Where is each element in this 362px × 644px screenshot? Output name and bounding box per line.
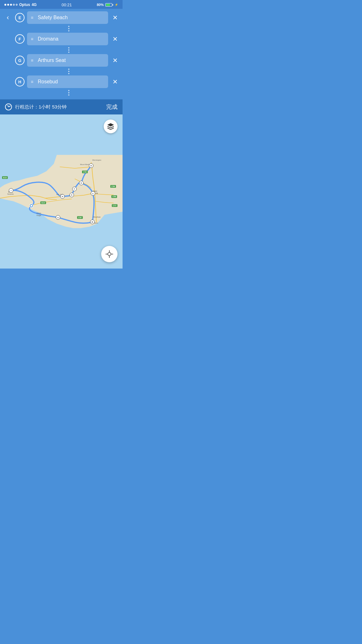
close-btn-e[interactable]: ✕ bbox=[111, 14, 119, 21]
status-bar: Optus 4G 00:21 80% ⚡ bbox=[0, 0, 123, 9]
waypoint-input-h[interactable]: ≡ Rosebud bbox=[27, 75, 108, 88]
signal-strength bbox=[4, 4, 18, 6]
drag-handle-e: ≡ bbox=[31, 15, 33, 20]
svg-point-45 bbox=[30, 205, 32, 207]
svg-text:D: D bbox=[90, 165, 92, 167]
waypoint-circle-e: E bbox=[15, 13, 25, 22]
battery-icon bbox=[105, 3, 113, 7]
svg-text:E: E bbox=[81, 182, 82, 184]
info-bar: 行程总计：1小时 53分钟 完成 bbox=[0, 99, 123, 114]
svg-marker-46 bbox=[107, 123, 114, 126]
layer-toggle-button[interactable] bbox=[104, 119, 118, 133]
svg-text:芬戈尔: 芬戈尔 bbox=[36, 212, 41, 214]
status-left: Optus 4G bbox=[4, 3, 37, 7]
location-button[interactable] bbox=[101, 246, 118, 262]
close-btn-h[interactable]: ✕ bbox=[111, 78, 119, 86]
charging-icon: ⚡ bbox=[115, 3, 118, 6]
waypoint-input-e[interactable]: ≡ Safety Beach bbox=[27, 11, 108, 24]
svg-text:C784: C784 bbox=[111, 186, 115, 187]
svg-text:Fingal: Fingal bbox=[37, 214, 41, 216]
svg-text:Shoreham: Shoreham bbox=[93, 216, 101, 218]
waypoint-circle-g: G bbox=[15, 56, 25, 65]
waypoint-text-g: Arthurs Seat bbox=[38, 58, 66, 63]
connector-g-h bbox=[3, 69, 119, 74]
waypoint-input-f[interactable]: ≡ Dromana bbox=[27, 33, 108, 45]
signal-dot-1 bbox=[4, 4, 6, 6]
waypoint-text-h: Rosebud bbox=[38, 79, 58, 85]
svg-text:Mount Martha: Mount Martha bbox=[80, 164, 90, 165]
network-label: 4G bbox=[32, 3, 37, 7]
waypoint-input-g[interactable]: ≡ Arthurs Seat bbox=[27, 54, 108, 67]
svg-text:B110: B110 bbox=[3, 177, 7, 179]
info-left: 行程总计：1小时 53分钟 bbox=[5, 103, 67, 110]
signal-dot-4 bbox=[13, 4, 15, 6]
signal-dot-3 bbox=[10, 4, 12, 6]
svg-text:C788: C788 bbox=[112, 196, 116, 197]
svg-text:Sorrento: Sorrento bbox=[7, 193, 14, 195]
svg-text:H: H bbox=[62, 196, 63, 197]
location-icon bbox=[105, 250, 114, 258]
battery-percent: 80% bbox=[97, 3, 104, 7]
svg-text:B110: B110 bbox=[41, 202, 45, 204]
trip-duration: 行程总计：1小时 53分钟 bbox=[15, 104, 67, 110]
time-display: 00:21 bbox=[62, 3, 72, 7]
svg-text:Mornington: Mornington bbox=[92, 159, 101, 161]
waypoint-text-e: Safety Beach bbox=[38, 15, 68, 20]
waypoint-circle-h: H bbox=[15, 77, 25, 86]
connector-h-add bbox=[3, 90, 119, 96]
svg-text:C787: C787 bbox=[78, 217, 82, 219]
carrier-label: Optus bbox=[19, 3, 30, 7]
clock-hand-minute bbox=[8, 106, 11, 107]
status-right: 80% ⚡ bbox=[97, 3, 118, 7]
back-button[interactable]: ‹ bbox=[3, 14, 13, 21]
map-svg: B110 C783 B110 C784 C788 C777 C787 Morni… bbox=[0, 114, 123, 269]
layers-icon bbox=[107, 123, 114, 130]
signal-dot-5 bbox=[16, 4, 18, 6]
waypoint-circle-f: F bbox=[15, 34, 25, 44]
waypoint-text-f: Dromana bbox=[38, 36, 58, 42]
svg-text:A: A bbox=[57, 217, 58, 219]
drag-handle-h: ≡ bbox=[31, 79, 33, 84]
map-view[interactable]: B110 C783 B110 C784 C788 C777 C787 Morni… bbox=[0, 114, 123, 269]
svg-text:F: F bbox=[74, 188, 75, 190]
connector-f-g bbox=[3, 47, 119, 53]
close-btn-g[interactable]: ✕ bbox=[111, 57, 119, 64]
waypoint-row-h: H ≡ Rosebud ✕ bbox=[3, 75, 119, 88]
waypoint-row-f: F ≡ Dromana ✕ bbox=[3, 33, 119, 45]
signal-dot-2 bbox=[7, 4, 9, 6]
clock-icon bbox=[5, 103, 12, 110]
svg-text:G: G bbox=[71, 194, 73, 196]
waypoint-row-e: ‹ E ≡ Safety Beach ✕ bbox=[3, 11, 119, 24]
connector-e-f bbox=[3, 26, 119, 31]
drag-handle-f: ≡ bbox=[31, 36, 33, 42]
drag-handle-g: ≡ bbox=[31, 58, 33, 63]
waypoints-header: ‹ E ≡ Safety Beach ✕ F ≡ Dromana ✕ G ≡ A… bbox=[0, 9, 123, 99]
done-button[interactable]: 完成 bbox=[106, 103, 118, 111]
svg-text:C: C bbox=[92, 193, 94, 195]
waypoint-row-g: G ≡ Arthurs Seat ✕ bbox=[3, 54, 119, 67]
svg-point-47 bbox=[108, 253, 111, 256]
svg-text:C777: C777 bbox=[113, 205, 117, 207]
close-btn-f[interactable]: ✕ bbox=[111, 35, 119, 43]
svg-text:B: B bbox=[92, 221, 93, 223]
svg-text:C783: C783 bbox=[83, 171, 87, 173]
